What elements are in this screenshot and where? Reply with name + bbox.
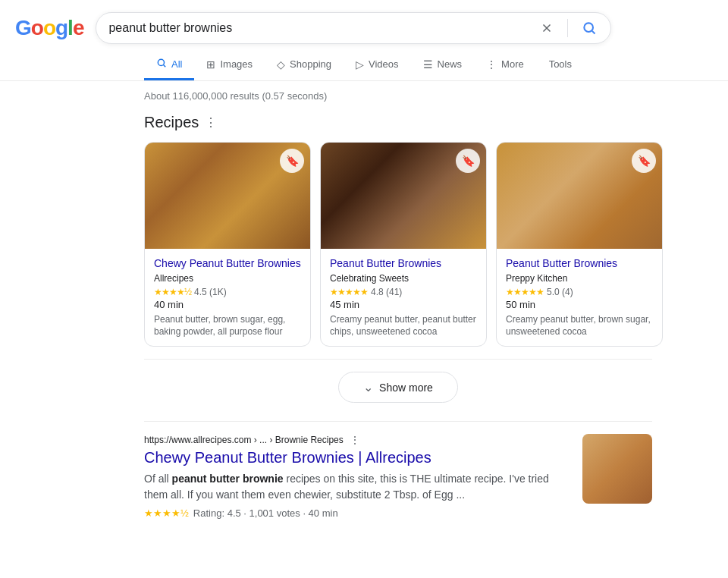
search-result: https://www.allrecipes.com › ... › Brown… <box>144 434 652 519</box>
recipe-time: 40 min <box>154 299 301 310</box>
recipe-info: Peanut Butter Brownies Preppy Kitchen ★★… <box>497 249 662 346</box>
bookmark-button[interactable]: 🔖 <box>632 149 656 173</box>
search-bar[interactable] <box>96 12 611 44</box>
tab-all-label: All <box>171 58 182 70</box>
tab-shopping[interactable]: ◇ Shopping <box>265 51 344 80</box>
result-meta: ★★★★½ Rating: 4.5 · 1,001 votes · 40 min <box>144 507 570 519</box>
recipe-image: 🔖 <box>497 143 662 249</box>
google-logo: Google <box>15 16 83 40</box>
result-title[interactable]: Chewy Peanut Butter Brownies | Allrecipe… <box>144 449 570 466</box>
clear-search-button[interactable] <box>538 20 555 36</box>
tab-all[interactable]: All <box>144 50 194 80</box>
results-area: About 116,000,000 results (0.57 seconds)… <box>0 81 667 528</box>
result-thumbnail[interactable] <box>582 434 652 504</box>
snippet-pre: Of all <box>144 473 172 485</box>
review-count: 5.0 (4) <box>547 287 573 297</box>
search-icon <box>156 58 167 71</box>
result-main: https://www.allrecipes.com › ... › Brown… <box>144 434 570 519</box>
tab-images[interactable]: ⊞ Images <box>194 51 265 80</box>
search-button[interactable] <box>580 19 598 37</box>
result-star-rating: ★★★★½ <box>144 507 189 519</box>
recipe-image: 🔖 <box>321 143 486 249</box>
tab-news-label: News <box>438 58 463 70</box>
star-rating: ★★★★★ <box>506 287 544 297</box>
result-rating-text: Rating: 4.5 · 1,001 votes · 40 min <box>193 507 338 519</box>
results-count: About 116,000,000 results (0.57 seconds) <box>144 90 652 102</box>
tab-images-label: Images <box>220 58 253 70</box>
header: Google <box>0 0 728 44</box>
result-snippet: Of all peanut butter brownie recipes on … <box>144 471 570 503</box>
recipe-card[interactable]: 🔖 Chewy Peanut Butter Brownies Allrecipe… <box>144 142 311 347</box>
recipe-ingredients: Peanut butter, brown sugar, egg, baking … <box>154 313 301 339</box>
section-divider <box>144 421 652 422</box>
recipe-rating: ★★★★★ 4.8 (41) <box>330 287 477 297</box>
svg-point-2 <box>585 23 594 32</box>
tab-news[interactable]: ☰ News <box>411 51 475 80</box>
recipe-card[interactable]: 🔖 Peanut Butter Brownies Celebrating Swe… <box>320 142 487 347</box>
tab-more-label: More <box>501 58 524 70</box>
recipe-ingredients: Creamy peanut butter, peanut butter chip… <box>330 313 477 339</box>
recipe-name: Peanut Butter Brownies <box>506 256 653 272</box>
recipe-source: Celebrating Sweets <box>330 273 477 284</box>
svg-line-3 <box>592 31 595 34</box>
recipe-source: Allrecipes <box>154 273 301 284</box>
tab-shopping-label: Shopping <box>290 58 331 70</box>
search-input[interactable] <box>108 21 538 35</box>
images-icon: ⊞ <box>206 58 215 71</box>
recipe-image: 🔖 <box>145 143 310 249</box>
more-icon: ⋮ <box>486 58 497 71</box>
bookmark-button[interactable]: 🔖 <box>456 149 480 173</box>
result-url: https://www.allrecipes.com › ... › Brown… <box>144 435 344 445</box>
search-tabs: All ⊞ Images ◇ Shopping ▷ Videos ☰ News … <box>0 44 728 81</box>
result-options-icon[interactable]: ⋮ <box>350 434 360 446</box>
recipe-time: 45 min <box>330 299 477 310</box>
news-icon: ☰ <box>423 58 433 71</box>
svg-line-5 <box>164 65 166 68</box>
tab-tools[interactable]: Tools <box>537 51 584 80</box>
recipe-name: Chewy Peanut Butter Brownies <box>154 256 301 272</box>
tools-label: Tools <box>549 58 572 70</box>
bookmark-button[interactable]: 🔖 <box>280 149 304 173</box>
review-count: 4.5 (1K) <box>194 287 227 297</box>
recipes-title: Recipes <box>144 114 199 131</box>
recipe-info: Chewy Peanut Butter Brownies Allrecipes … <box>145 249 310 346</box>
snippet-bold: peanut butter brownie <box>172 473 284 485</box>
show-more-label: Show more <box>379 382 433 394</box>
recipe-card[interactable]: 🔖 Peanut Butter Brownies Preppy Kitchen … <box>496 142 663 347</box>
star-rating: ★★★★★ <box>330 287 368 297</box>
recipe-source: Preppy Kitchen <box>506 273 653 284</box>
recipes-more-icon[interactable]: ⋮ <box>205 115 217 130</box>
tab-videos-label: Videos <box>369 58 399 70</box>
recipe-cards: 🔖 Chewy Peanut Butter Brownies Allrecipe… <box>144 142 652 347</box>
result-url-line: https://www.allrecipes.com › ... › Brown… <box>144 434 570 446</box>
review-count: 4.8 (41) <box>371 287 402 297</box>
recipe-name: Peanut Butter Brownies <box>330 256 477 272</box>
shopping-icon: ◇ <box>277 58 285 71</box>
recipe-info: Peanut Butter Brownies Celebrating Sweet… <box>321 249 486 346</box>
recipe-rating: ★★★★★ 5.0 (4) <box>506 287 653 297</box>
recipes-header: Recipes ⋮ <box>144 114 652 131</box>
recipe-rating: ★★★★½ 4.5 (1K) <box>154 287 301 297</box>
star-rating: ★★★★½ <box>154 287 191 297</box>
videos-icon: ▷ <box>356 58 364 71</box>
chevron-down-icon: ⌄ <box>363 380 373 394</box>
recipe-time: 50 min <box>506 299 653 310</box>
tab-more[interactable]: ⋮ More <box>474 51 536 80</box>
tab-videos[interactable]: ▷ Videos <box>344 51 411 80</box>
show-more-wrapper: ⌄ Show more <box>144 359 652 403</box>
show-more-button[interactable]: ⌄ Show more <box>338 372 458 403</box>
recipe-ingredients: Creamy peanut butter, brown sugar, unswe… <box>506 313 653 339</box>
svg-point-4 <box>158 59 164 65</box>
